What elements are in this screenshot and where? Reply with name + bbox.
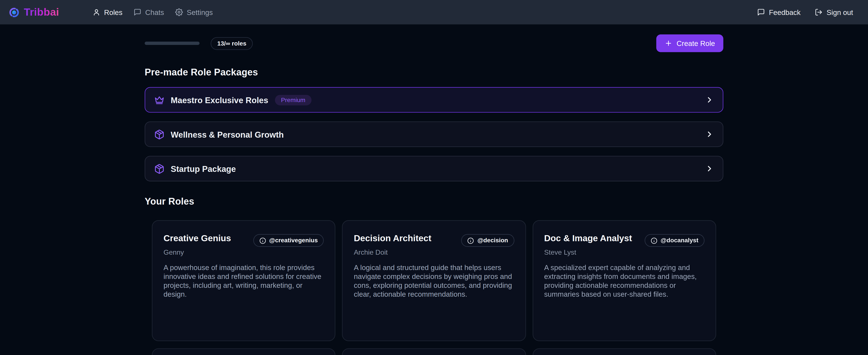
top-nav-bar: Tribbai Roles Chats xyxy=(0,0,868,25)
sign-out-button[interactable]: Sign out xyxy=(815,8,853,16)
package-icon xyxy=(154,164,165,174)
your-roles-section-title: Your Roles xyxy=(145,196,723,207)
role-handle-badge[interactable]: @docanalyst xyxy=(645,234,705,247)
role-description: A specialized expert capable of analyzin… xyxy=(544,264,705,299)
package-row-startup[interactable]: Startup Package xyxy=(145,156,723,181)
role-card-partial[interactable] xyxy=(152,348,336,355)
role-title: Doc & Image Analyst xyxy=(544,233,632,244)
package-name: Maestro Exclusive Roles xyxy=(170,95,268,105)
role-subtitle: Steve Lyst xyxy=(544,248,705,256)
app-window: Tribbai Roles Chats xyxy=(0,0,868,355)
package-row-wellness[interactable]: Wellness & Personal Growth xyxy=(145,122,723,147)
roles-count-badge: 13/∞ roles xyxy=(211,37,253,50)
role-card-creative-genius[interactable]: Creative Genius @creativegenius Genny A … xyxy=(152,220,336,341)
crown-icon xyxy=(154,94,165,105)
role-title: Decision Architect xyxy=(354,233,431,244)
role-handle-badge[interactable]: @decision xyxy=(461,234,514,247)
nav-item-settings[interactable]: Settings xyxy=(175,8,213,16)
chevron-right-icon xyxy=(705,130,714,139)
main-nav: Roles Chats Settings xyxy=(92,8,213,16)
brand-logo[interactable]: Tribbai xyxy=(9,6,59,18)
info-icon xyxy=(651,237,657,244)
nav-item-label: Settings xyxy=(187,8,213,16)
roles-toolbar: 13/∞ roles Create Role xyxy=(145,34,723,52)
create-role-label: Create Role xyxy=(677,39,715,47)
sign-out-label: Sign out xyxy=(827,8,853,16)
role-card-decision-architect[interactable]: Decision Architect @decision Archie Doit… xyxy=(342,220,526,341)
role-handle: @creativegenius xyxy=(269,237,318,244)
feedback-bubble-icon xyxy=(757,8,765,16)
main-content: 13/∞ roles Create Role Pre-made Role Pac… xyxy=(145,34,723,355)
create-role-button[interactable]: Create Role xyxy=(656,34,723,52)
role-handle: @docanalyst xyxy=(660,237,699,244)
feedback-button[interactable]: Feedback xyxy=(757,8,801,16)
tribbai-logo-icon xyxy=(9,7,20,18)
chevron-right-icon xyxy=(705,164,714,173)
premium-badge: Premium xyxy=(275,94,311,105)
package-icon xyxy=(154,129,165,140)
info-icon xyxy=(467,237,474,244)
nav-item-label: Chats xyxy=(145,8,164,16)
role-card-partial[interactable] xyxy=(532,348,716,355)
roles-grid: Creative Genius @creativegenius Genny A … xyxy=(145,220,723,355)
role-handle-badge[interactable]: @creativegenius xyxy=(253,234,324,247)
plus-icon xyxy=(664,39,672,47)
feedback-label: Feedback xyxy=(769,8,800,16)
chevron-right-icon xyxy=(705,95,714,104)
role-card-doc-image-analyst[interactable]: Doc & Image Analyst @docanalyst Steve Ly… xyxy=(532,220,716,341)
info-icon xyxy=(259,237,266,244)
brand-name: Tribbai xyxy=(24,6,59,18)
chat-bubble-icon xyxy=(134,8,142,16)
roles-usage-progress xyxy=(145,41,199,45)
packages-section-title: Pre-made Role Packages xyxy=(145,67,723,78)
role-description: A logical and structured guide that help… xyxy=(354,264,514,299)
role-card-partial[interactable] xyxy=(342,348,526,355)
package-list: Maestro Exclusive Roles Premium Wellness… xyxy=(145,87,723,181)
package-name: Startup Package xyxy=(170,164,236,173)
sign-out-icon xyxy=(815,8,823,16)
role-title: Creative Genius xyxy=(163,233,231,244)
nav-item-label: Roles xyxy=(104,8,122,16)
package-name: Wellness & Personal Growth xyxy=(170,129,284,139)
gear-icon xyxy=(175,8,183,16)
role-subtitle: Archie Doit xyxy=(354,248,514,256)
nav-item-chats[interactable]: Chats xyxy=(134,8,164,16)
role-handle: @decision xyxy=(477,237,508,244)
user-icon xyxy=(92,8,100,16)
package-row-maestro[interactable]: Maestro Exclusive Roles Premium xyxy=(145,87,723,113)
nav-item-roles[interactable]: Roles xyxy=(92,8,123,16)
role-subtitle: Genny xyxy=(163,248,324,256)
role-description: A powerhouse of imagination, this role p… xyxy=(163,264,324,299)
